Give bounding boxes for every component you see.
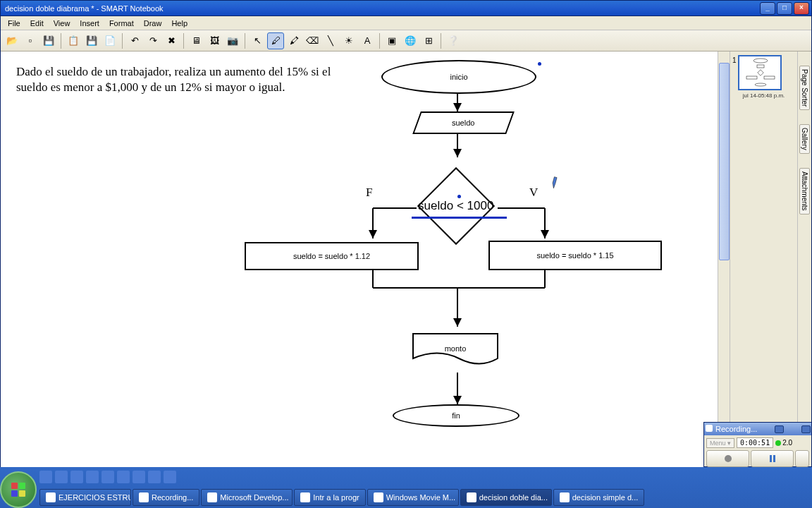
camera-icon[interactable]: 📷 bbox=[224, 32, 241, 49]
rec-min-button[interactable] bbox=[775, 425, 784, 433]
ql-icon[interactable] bbox=[39, 471, 52, 483]
canvas-area[interactable]: Dado el sueldo de un trabajador, realiza… bbox=[1, 52, 718, 468]
pen-icon[interactable]: 🖊 bbox=[267, 32, 284, 49]
flow-end[interactable]: fin bbox=[393, 404, 519, 427]
tab-page-sorter[interactable]: Page Sorter bbox=[799, 66, 810, 110]
task-item[interactable]: Recording... bbox=[133, 489, 199, 506]
screen-icon[interactable]: 🖥 bbox=[187, 32, 204, 49]
label-true: V bbox=[529, 186, 538, 200]
text-icon[interactable]: A bbox=[359, 32, 376, 49]
menu-file[interactable]: File bbox=[4, 18, 25, 29]
window-buttons: _ □ × bbox=[760, 2, 809, 15]
svg-rect-13 bbox=[757, 65, 764, 68]
svg-rect-19 bbox=[770, 455, 772, 462]
minimize-button[interactable]: _ bbox=[760, 2, 775, 15]
save2-icon[interactable]: 💾 bbox=[83, 32, 100, 49]
menu-edit[interactable]: Edit bbox=[26, 18, 48, 29]
title-bar[interactable]: decision doble diabrama * - SMART Notebo… bbox=[1, 1, 811, 16]
select-icon[interactable]: ↖ bbox=[249, 32, 266, 49]
marker-icon[interactable]: 🖍 bbox=[285, 32, 302, 49]
pen-dot bbox=[538, 62, 541, 66]
task-item[interactable]: Intr a la progr bbox=[294, 489, 365, 506]
separator bbox=[122, 33, 123, 49]
recording-body: Menu ▾ 0:00:51 2.0 bbox=[704, 435, 811, 469]
menu-view[interactable]: View bbox=[49, 18, 75, 29]
redo-icon[interactable]: ↷ bbox=[144, 32, 161, 49]
ql-icon[interactable] bbox=[86, 471, 99, 483]
scroll-thumb[interactable] bbox=[719, 63, 730, 260]
thumbnail-date: jul 14-05:48 p.m. bbox=[734, 92, 794, 99]
flow-decision[interactable]: sueldo < 1000 bbox=[417, 167, 495, 245]
document-icon[interactable]: 📄 bbox=[102, 32, 118, 49]
ql-icon[interactable] bbox=[133, 471, 145, 483]
ql-icon[interactable] bbox=[164, 471, 176, 483]
tab-attachments[interactable]: Attachments bbox=[799, 168, 810, 214]
taskbar: EJERCICIOS ESTRU... Recording... Microso… bbox=[0, 467, 812, 508]
separator bbox=[61, 33, 61, 49]
menu-draw[interactable]: Draw bbox=[140, 18, 166, 29]
ql-icon[interactable] bbox=[55, 471, 68, 483]
save-icon[interactable]: 💾 bbox=[40, 32, 57, 49]
task-item[interactable]: decision simple d... bbox=[553, 489, 645, 506]
app-window: decision doble diabrama * - SMART Notebo… bbox=[0, 0, 812, 467]
svg-rect-24 bbox=[11, 490, 18, 497]
close-button[interactable]: × bbox=[794, 2, 809, 15]
task-item[interactable]: Windows Movie M... bbox=[367, 489, 459, 506]
menu-insert[interactable]: Insert bbox=[75, 18, 104, 29]
rec-time: 0:00:51 bbox=[737, 437, 773, 448]
rec-next-button[interactable] bbox=[795, 450, 809, 467]
problem-text[interactable]: Dado el sueldo de un trabajador, realiza… bbox=[16, 64, 355, 95]
flow-start[interactable]: inicio bbox=[381, 60, 536, 94]
recording-titlebar[interactable]: Recording... bbox=[704, 423, 811, 435]
quick-launch bbox=[0, 467, 812, 487]
task-item-active[interactable]: decision doble dia... bbox=[460, 489, 552, 506]
flow-false-process[interactable]: sueldo = sueldo * 1.12 bbox=[245, 242, 419, 270]
recording-window[interactable]: Recording... Menu ▾ 0:00:51 2.0 bbox=[703, 422, 812, 467]
rec-pause-button[interactable] bbox=[751, 450, 794, 467]
start-button[interactable] bbox=[0, 471, 37, 508]
ql-icon[interactable] bbox=[117, 471, 130, 483]
toolbar: 📂 ▫ 💾 📋 💾 📄 ↶ ↷ ✖ 🖥 🖼 📷 ↖ 🖊 🖍 ⌫ ╲ ☀ A ▣ … bbox=[1, 30, 811, 52]
open-icon[interactable]: 📂 bbox=[4, 32, 20, 49]
flow-output[interactable]: monto bbox=[410, 330, 501, 373]
help-icon[interactable]: ❔ bbox=[445, 32, 462, 49]
svg-rect-25 bbox=[19, 490, 25, 497]
pen-cursor-icon bbox=[547, 173, 565, 190]
separator bbox=[245, 33, 245, 49]
svg-rect-23 bbox=[19, 483, 25, 489]
task-item[interactable]: EJERCICIOS ESTRU... bbox=[39, 489, 131, 506]
window-title: decision doble diabrama * - SMART Notebo… bbox=[5, 4, 760, 13]
task-item[interactable]: Microsoft Develop... bbox=[201, 489, 293, 506]
tab-gallery[interactable]: Gallery bbox=[799, 124, 810, 154]
capture-icon[interactable]: 🖼 bbox=[206, 32, 223, 49]
flow-true-process[interactable]: sueldo = sueldo * 1.15 bbox=[488, 241, 662, 270]
paste-icon[interactable]: 📋 bbox=[65, 32, 82, 49]
menu-format[interactable]: Format bbox=[105, 18, 138, 29]
line-icon[interactable]: ╲ bbox=[322, 32, 339, 49]
label-false: F bbox=[366, 186, 372, 200]
table-icon[interactable]: ⊞ bbox=[420, 32, 437, 49]
vertical-scrollbar[interactable] bbox=[718, 52, 730, 468]
rec-close-button[interactable] bbox=[801, 425, 811, 433]
rec-menu-button[interactable]: Menu ▾ bbox=[706, 438, 734, 448]
ql-icon[interactable] bbox=[148, 471, 161, 483]
flow-input[interactable]: sueldo bbox=[412, 111, 515, 134]
canvas[interactable]: Dado el sueldo de un trabajador, realiza… bbox=[1, 52, 699, 468]
ql-icon[interactable] bbox=[70, 471, 83, 483]
separator bbox=[379, 33, 380, 49]
maximize-button[interactable]: □ bbox=[777, 2, 792, 15]
pen-stroke bbox=[412, 217, 507, 219]
rec-stop-button[interactable] bbox=[706, 450, 749, 467]
svg-rect-22 bbox=[11, 483, 18, 489]
page-sorter-panel: jul 14-05:48 p.m. bbox=[730, 52, 797, 468]
fill-icon[interactable]: ▣ bbox=[383, 32, 400, 49]
new-icon[interactable]: ▫ bbox=[22, 32, 39, 49]
shape-icon[interactable]: ☀ bbox=[340, 32, 357, 49]
delete-icon[interactable]: ✖ bbox=[163, 32, 180, 49]
page-thumbnail[interactable] bbox=[738, 55, 782, 90]
eraser-icon[interactable]: ⌫ bbox=[304, 32, 321, 49]
undo-icon[interactable]: ↶ bbox=[126, 32, 143, 49]
menu-help[interactable]: Help bbox=[167, 18, 192, 29]
globe-icon[interactable]: 🌐 bbox=[402, 32, 419, 49]
ql-icon[interactable] bbox=[102, 471, 114, 483]
